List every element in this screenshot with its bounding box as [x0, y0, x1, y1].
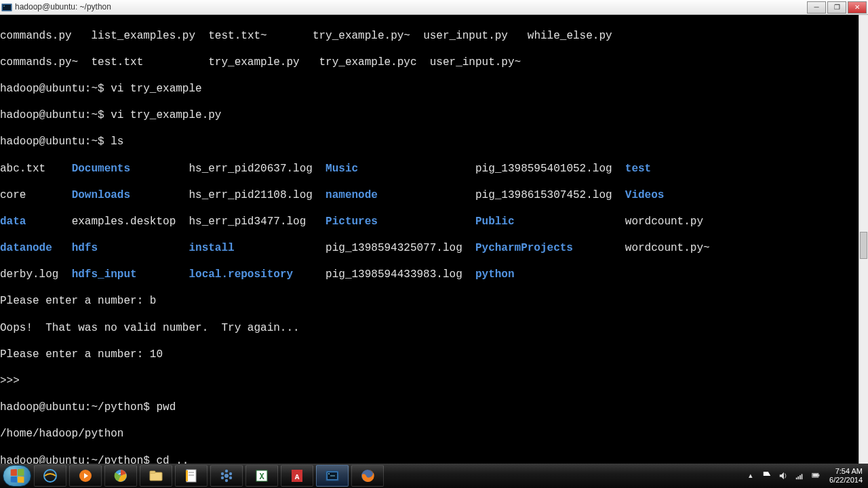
clock-time: 7:54 AM — [829, 467, 863, 476]
file: derby.log — [0, 268, 58, 281]
window-controls: ─ ❐ ✕ — [806, 1, 867, 14]
svg-point-19 — [225, 479, 228, 482]
action-center-icon[interactable] — [761, 470, 773, 482]
svg-rect-34 — [800, 475, 801, 479]
minimize-button[interactable]: ─ — [807, 1, 826, 14]
battery-icon[interactable] — [810, 470, 822, 482]
file: pig_1398595401052.log — [475, 163, 612, 175]
file: pig_1398594433983.log — [326, 268, 462, 281]
maximize-button[interactable]: ❐ — [827, 1, 846, 14]
repl-prompt: >>> — [0, 375, 859, 388]
prompt-line: hadoop@ubuntu:~/python$ pwd — [0, 401, 859, 415]
output-line: Oops! That was no valid number. Try agai… — [0, 322, 859, 336]
dir: data — [0, 216, 26, 228]
file: examples.desktop — [72, 216, 176, 228]
dir: Music — [326, 163, 358, 175]
svg-point-16 — [225, 470, 228, 472]
file: try_example.pyc — [319, 56, 416, 68]
dir: Downloads — [72, 189, 130, 201]
file: wordcount.py — [625, 216, 703, 228]
file: list_examples.py — [91, 30, 195, 42]
svg-point-17 — [229, 472, 232, 475]
file: user_input.py~ — [430, 56, 521, 68]
svg-point-20 — [221, 476, 224, 479]
file: hs_err_pid21108.log — [189, 189, 312, 201]
notepad-icon[interactable] — [175, 465, 208, 487]
file: pig_1398594325077.log — [326, 242, 462, 254]
scrollbar-thumb[interactable] — [860, 232, 867, 259]
putty-taskbar-icon[interactable] — [316, 465, 349, 487]
svg-rect-14 — [186, 470, 188, 481]
file: core — [0, 189, 26, 201]
svg-marker-31 — [780, 472, 784, 480]
svg-rect-32 — [796, 478, 797, 480]
network-icon[interactable] — [793, 470, 806, 482]
dir: datanode — [0, 242, 52, 254]
svg-point-21 — [221, 472, 224, 475]
gotomeeting-icon[interactable] — [210, 465, 243, 487]
explorer-icon[interactable] — [140, 465, 172, 487]
firefox-icon[interactable] — [351, 465, 384, 487]
vertical-scrollbar[interactable] — [859, 15, 868, 464]
start-button[interactable] — [3, 465, 31, 487]
dir: test — [625, 163, 651, 175]
close-button[interactable]: ✕ — [848, 1, 867, 14]
volume-icon[interactable] — [777, 470, 789, 482]
svg-rect-9 — [150, 472, 162, 481]
output-line: Please enter a number: 10 — [0, 348, 859, 362]
adobe-reader-icon[interactable]: A — [281, 465, 313, 487]
file: user_input.py — [423, 30, 508, 42]
dir: hdfs_input — [72, 268, 137, 281]
svg-rect-37 — [818, 474, 820, 476]
svg-rect-38 — [813, 474, 818, 477]
dir: Documents — [72, 163, 130, 175]
media-player-icon[interactable] — [69, 465, 102, 487]
svg-point-2 — [3, 5, 5, 7]
prompt-line: hadoop@ubuntu:~/python$ cd .. — [0, 455, 859, 464]
svg-point-28 — [328, 473, 330, 474]
prompt-line: hadoop@ubuntu:~$ ls — [0, 136, 859, 149]
file: while_else.py — [528, 30, 612, 42]
svg-rect-1 — [3, 5, 11, 10]
dir: PycharmProjects — [475, 242, 573, 254]
window-titlebar: hadoop@ubuntu: ~/python ─ ❐ ✕ — [0, 0, 868, 15]
file: hs_err_pid20637.log — [189, 163, 312, 175]
file: try_example.py~ — [313, 30, 410, 42]
taskbar: X A ▴ 7:54 AM 6/22/2014 — [0, 464, 868, 488]
file: commands.py — [0, 30, 72, 42]
prompt-line: hadoop@ubuntu:~$ vi try_example.py — [0, 109, 859, 123]
system-tray: ▴ 7:54 AM 6/22/2014 — [743, 467, 865, 485]
svg-point-18 — [229, 476, 232, 479]
dir: python — [475, 268, 515, 281]
svg-rect-10 — [150, 471, 155, 473]
svg-rect-35 — [802, 474, 803, 479]
excel-icon[interactable]: X — [245, 465, 278, 487]
dir: Pictures — [326, 216, 378, 228]
output-line: Please enter a number: b — [0, 295, 859, 308]
file: wordcount.py~ — [625, 242, 710, 254]
windows-logo-icon — [11, 468, 24, 483]
svg-rect-33 — [797, 476, 799, 479]
svg-text:X: X — [259, 472, 264, 482]
prompt-line: hadoop@ubuntu:~$ vi try_example — [0, 83, 859, 96]
output-line: /home/hadoop/python — [0, 428, 859, 441]
file: pig_1398615307452.log — [475, 189, 612, 201]
file: commands.py~ — [0, 56, 78, 68]
dir: Public — [475, 216, 515, 228]
file: test.txt — [91, 56, 143, 68]
window-title: hadoop@ubuntu: ~/python — [15, 1, 806, 14]
show-hidden-icon[interactable]: ▴ — [745, 470, 757, 482]
dir: local.repository — [189, 268, 293, 281]
file: try_example.py — [208, 56, 299, 68]
dir: hdfs — [72, 242, 98, 254]
chrome-icon[interactable] — [104, 465, 137, 487]
terminal-output[interactable]: commands.py list_examples.py test.txt~ t… — [0, 15, 859, 464]
svg-text:A: A — [295, 473, 300, 481]
file: test.txt~ — [208, 30, 267, 42]
clock-date: 6/22/2014 — [829, 476, 863, 485]
file: abc.txt — [0, 163, 45, 175]
ie-icon[interactable] — [34, 465, 66, 487]
clock[interactable]: 7:54 AM 6/22/2014 — [829, 467, 863, 485]
dir: namenode — [326, 189, 378, 201]
dir: Videos — [625, 189, 665, 201]
